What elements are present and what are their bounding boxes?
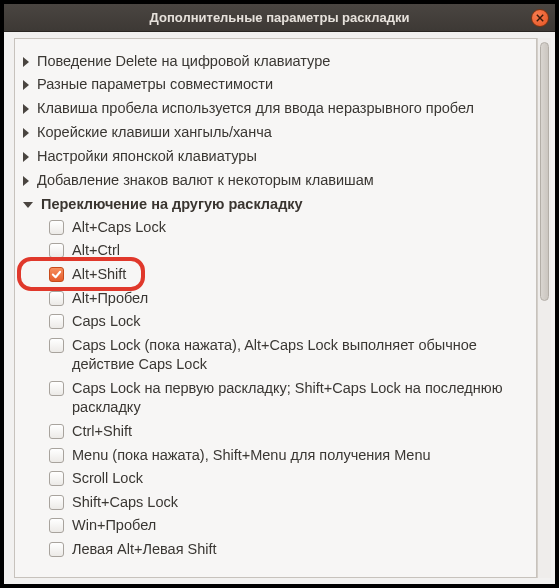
checkbox[interactable] (49, 314, 64, 329)
option-label: Caps Lock (72, 312, 532, 332)
checkbox[interactable] (49, 518, 64, 533)
section-japanese[interactable]: Настройки японской клавиатуры (23, 144, 532, 168)
section-korean[interactable]: Корейские клавиши хангыль/ханча (23, 121, 532, 145)
option-label: Alt+Caps Lock (72, 218, 532, 238)
checkbox[interactable] (49, 243, 64, 258)
checkbox[interactable] (49, 424, 64, 439)
section-delete-behavior[interactable]: Поведение Delete на цифровой клавиатуре (23, 49, 532, 73)
section-label: Настройки японской клавиатуры (37, 147, 532, 166)
option-win-space[interactable]: Win+Пробел (23, 514, 532, 538)
option-capslock-first[interactable]: Caps Lock на первую раскладку; Shift+Cap… (23, 377, 532, 420)
scrollbar-thumb[interactable] (540, 42, 549, 301)
close-button[interactable] (531, 9, 549, 27)
option-alt-capslock[interactable]: Alt+Caps Lock (23, 216, 532, 240)
option-shift-capslock[interactable]: Shift+Caps Lock (23, 491, 532, 515)
option-ctrl-shift[interactable]: Ctrl+Shift (23, 420, 532, 444)
option-label: Caps Lock на первую раскладку; Shift+Cap… (72, 379, 532, 418)
window-title: Дополнительные параметры раскладки (150, 10, 410, 25)
section-label: Поведение Delete на цифровой клавиатуре (37, 52, 532, 71)
option-capslock[interactable]: Caps Lock (23, 310, 532, 334)
checkbox[interactable] (49, 448, 64, 463)
chevron-right-icon (23, 176, 29, 186)
section-currency[interactable]: Добавление знаков валют к некоторым клав… (23, 168, 532, 192)
content-area: Поведение Delete на цифровой клавиатуре … (4, 32, 555, 584)
option-left-alt-left-shift[interactable]: Левая Alt+Левая Shift (23, 538, 532, 562)
close-icon (536, 14, 544, 22)
section-label: Добавление знаков валют к некоторым клав… (37, 171, 532, 190)
option-alt-shift[interactable]: Alt+Shift (23, 263, 532, 287)
section-layout-switch[interactable]: Переключение на другую раскладку (23, 192, 532, 216)
chevron-right-icon (23, 152, 29, 162)
option-label: Menu (пока нажата), Shift+Menu для получ… (72, 446, 532, 466)
checkbox[interactable] (49, 220, 64, 235)
section-label: Клавиша пробела используется для ввода н… (37, 99, 532, 118)
checkbox[interactable] (49, 542, 64, 557)
option-capslock-held[interactable]: Caps Lock (пока нажата), Alt+Caps Lock в… (23, 334, 532, 377)
option-alt-ctrl[interactable]: Alt+Ctrl (23, 239, 532, 263)
chevron-right-icon (23, 57, 29, 67)
chevron-down-icon (23, 202, 33, 208)
checkbox-checked[interactable] (49, 267, 64, 282)
vertical-scrollbar[interactable] (537, 38, 551, 578)
option-label: Scroll Lock (72, 469, 532, 489)
titlebar: Дополнительные параметры раскладки (4, 4, 555, 32)
option-menu-held[interactable]: Menu (пока нажата), Shift+Menu для получ… (23, 444, 532, 468)
option-label: Alt+Shift (72, 265, 532, 285)
option-label: Alt+Ctrl (72, 241, 532, 261)
checkbox[interactable] (49, 471, 64, 486)
options-tree: Поведение Delete на цифровой клавиатуре … (14, 38, 537, 578)
option-scroll-lock[interactable]: Scroll Lock (23, 467, 532, 491)
option-alt-space[interactable]: Alt+Пробел (23, 287, 532, 311)
chevron-right-icon (23, 104, 29, 114)
check-icon (51, 269, 62, 280)
section-space-key[interactable]: Клавиша пробела используется для ввода н… (23, 97, 532, 121)
chevron-right-icon (23, 80, 29, 90)
option-label: Shift+Caps Lock (72, 493, 532, 513)
chevron-right-icon (23, 128, 29, 138)
checkbox[interactable] (49, 381, 64, 396)
option-label: Win+Пробел (72, 516, 532, 536)
option-label: Alt+Пробел (72, 289, 532, 309)
checkbox[interactable] (49, 495, 64, 510)
section-label: Переключение на другую раскладку (41, 195, 532, 214)
option-label: Ctrl+Shift (72, 422, 532, 442)
option-label: Caps Lock (пока нажата), Alt+Caps Lock в… (72, 336, 532, 375)
section-label: Корейские клавиши хангыль/ханча (37, 123, 532, 142)
section-compat[interactable]: Разные параметры совместимости (23, 73, 532, 97)
option-label: Левая Alt+Левая Shift (72, 540, 532, 560)
checkbox[interactable] (49, 291, 64, 306)
section-label: Разные параметры совместимости (37, 75, 532, 94)
checkbox[interactable] (49, 338, 64, 353)
